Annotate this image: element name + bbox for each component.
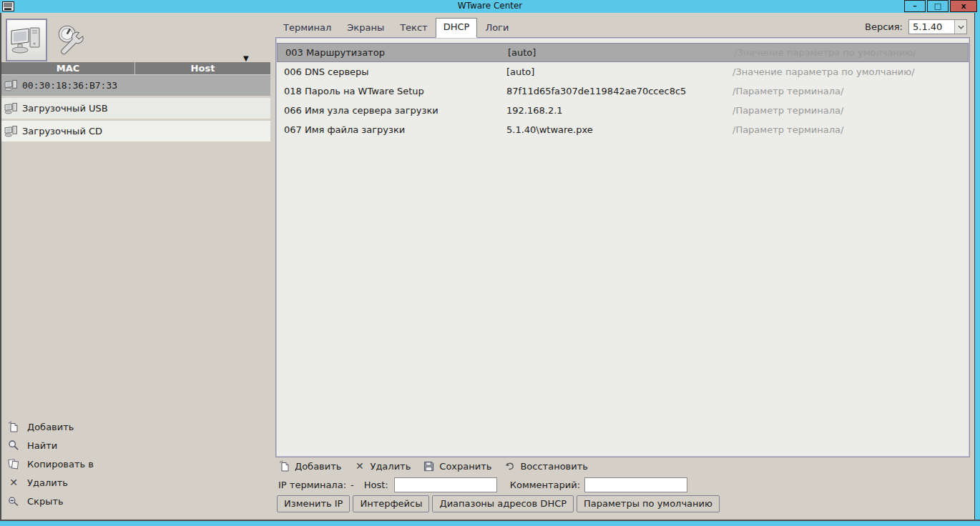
ip-terminal-value: - <box>351 480 354 490</box>
terminal-mac: Загрузочный USB <box>22 103 108 114</box>
comment-input[interactable] <box>584 477 687 492</box>
tab-terminal[interactable]: Терминал <box>275 19 339 37</box>
option-value: 87f11d65fa307de119842ae70ccec8c5 <box>506 81 686 101</box>
default-params-button[interactable]: Параметры по умолчанию <box>577 495 720 512</box>
version-selector: Версия: 5.1.40 <box>865 19 967 34</box>
option-name: 006 DNS серверы <box>284 62 369 81</box>
computer-icon <box>9 24 44 56</box>
terminal-list: 00:30:18:36:B7:33 Загрузочный USB <box>1 75 270 144</box>
option-value: 192.168.2.1 <box>506 101 563 120</box>
chevron-down-icon[interactable] <box>954 20 966 34</box>
delete-terminal-button[interactable]: ✕ Удалить <box>7 473 94 492</box>
dhcp-ranges-button[interactable]: Диапазоны адресов DHCP <box>432 495 574 512</box>
action-label: Удалить <box>27 477 68 488</box>
option-source: /Значение параметра по умолчанию/ <box>732 62 915 81</box>
option-source: /Параметр терминала/ <box>732 81 843 101</box>
tools-icon <box>53 23 89 59</box>
new-document-icon <box>278 460 290 472</box>
ip-terminal-label: IP терминала: <box>278 480 346 490</box>
delete-x-icon: ✕ <box>7 477 20 487</box>
close-button[interactable]: x <box>950 0 977 12</box>
dhcp-restore-button[interactable]: Восстановить <box>504 461 588 472</box>
option-source: /Параметр терминала/ <box>732 101 843 120</box>
add-terminal-button[interactable]: Добавить <box>7 417 94 436</box>
dhcp-form: IP терминала: - Host: Комментарий: <box>278 477 687 492</box>
terminal-row[interactable]: 00:30:18:36:B7:33 <box>1 75 270 96</box>
version-combobox[interactable]: 5.1.40 <box>908 19 967 34</box>
dhcp-option-row[interactable]: 067 Имя файла загрузки 5.1.40\wtware.pxe… <box>276 120 969 139</box>
dhcp-save-button[interactable]: Сохранить <box>423 461 491 472</box>
delete-x-icon: ✕ <box>353 461 366 471</box>
host-input[interactable] <box>394 477 497 492</box>
tab-logs[interactable]: Логи <box>477 19 516 37</box>
dhcp-button-row: Изменить IP Интерфейсы Диапазоны адресов… <box>277 495 722 512</box>
window-frame-right <box>974 13 980 526</box>
find-terminal-button[interactable]: Найти <box>7 436 94 455</box>
host-label: Host: <box>364 480 388 490</box>
toolbar-label: Добавить <box>295 461 341 472</box>
option-name: 018 Пароль на WTware Setup <box>284 81 424 101</box>
option-source: /Параметр терминала/ <box>732 120 843 139</box>
terminal-row[interactable]: Загрузочный CD <box>1 121 270 142</box>
main-area: Терминал Экраны Текст DHCP Логи Версия: … <box>275 13 971 520</box>
tab-screens[interactable]: Экраны <box>339 19 392 37</box>
option-value: [auto] <box>508 44 536 61</box>
comment-label: Комментарий: <box>510 480 580 490</box>
terminal-icon <box>4 102 18 114</box>
terminal-mac: 00:30:18:36:B7:33 <box>22 80 117 91</box>
tab-dhcp[interactable]: DHCP <box>436 18 478 38</box>
option-name: 067 Имя файла загрузки <box>284 120 405 139</box>
sidebar-dropdown-caret-icon[interactable]: ▼ <box>243 54 249 62</box>
dhcp-option-row[interactable]: 018 Пароль на WTware Setup 87f11d65fa307… <box>276 81 969 101</box>
dhcp-options-table: 003 Маршрутизатор [auto] /Значение парам… <box>275 37 970 457</box>
terminal-sidebar: ▼ MAC Host 00:30:18:36:B7:33 <box>1 13 270 520</box>
maximize-button[interactable]: □ <box>927 0 949 12</box>
toolbar-label: Удалить <box>370 461 411 472</box>
undo-arrow-icon <box>504 461 516 472</box>
terminal-row[interactable]: Загрузочный USB <box>1 98 270 119</box>
option-source: /Значение параметра по умолчанию/ <box>734 44 916 61</box>
version-value: 5.1.40 <box>909 20 954 34</box>
option-value: [auto] <box>506 62 534 81</box>
terminal-mac: Загрузочный CD <box>22 126 102 137</box>
change-ip-button[interactable]: Изменить IP <box>277 495 350 512</box>
option-value: 5.1.40\wtware.pxe <box>506 120 593 139</box>
action-label: Скрыть <box>27 496 64 507</box>
column-header-host[interactable]: Host <box>135 62 270 74</box>
dhcp-option-row[interactable]: 006 DNS серверы [auto] /Значение парамет… <box>276 62 969 81</box>
minimize-button[interactable]: – <box>904 0 926 12</box>
action-label: Добавить <box>27 422 74 432</box>
dhcp-toolbar: Добавить ✕ Удалить Сохранить <box>278 460 600 472</box>
terminal-icon <box>4 125 18 137</box>
dhcp-option-row[interactable]: 003 Маршрутизатор [auto] /Значение парам… <box>277 43 969 62</box>
search-icon <box>7 440 20 451</box>
wtware-center-window: WTware Center – □ x <box>0 0 980 526</box>
option-name: 003 Маршрутизатор <box>285 44 385 61</box>
toolbar-label: Сохранить <box>439 461 491 472</box>
terminals-view-button[interactable] <box>6 19 47 61</box>
action-label: Найти <box>27 440 57 451</box>
configurator-button[interactable] <box>52 21 90 60</box>
hide-terminal-button[interactable]: Скрыть <box>7 492 94 510</box>
title-bar: WTware Center – □ x <box>0 0 980 13</box>
terminal-list-header: MAC Host <box>1 62 270 74</box>
option-name: 066 Имя узла сервера загрузки <box>284 101 438 120</box>
save-floppy-icon <box>423 461 435 472</box>
dhcp-add-button[interactable]: Добавить <box>278 460 341 472</box>
hide-icon <box>7 495 20 507</box>
window-frame-bottom <box>0 520 980 526</box>
dhcp-option-row[interactable]: 066 Имя узла сервера загрузки 192.168.2.… <box>276 101 969 120</box>
window-title: WTware Center <box>0 1 980 11</box>
copy-icon <box>7 458 20 470</box>
window-controls: – □ x <box>903 0 977 12</box>
interfaces-button[interactable]: Интерфейсы <box>353 495 429 512</box>
dhcp-delete-button[interactable]: ✕ Удалить <box>353 461 411 472</box>
toolbar-label: Восстановить <box>520 461 588 472</box>
tab-text[interactable]: Текст <box>392 19 436 37</box>
column-header-mac[interactable]: MAC <box>1 62 135 74</box>
new-document-icon <box>7 421 20 432</box>
action-label: Копировать в <box>27 459 94 470</box>
version-label: Версия: <box>865 21 903 32</box>
sidebar-actions: Добавить Найти Копироват <box>7 417 94 510</box>
copy-to-button[interactable]: Копировать в <box>7 455 94 473</box>
